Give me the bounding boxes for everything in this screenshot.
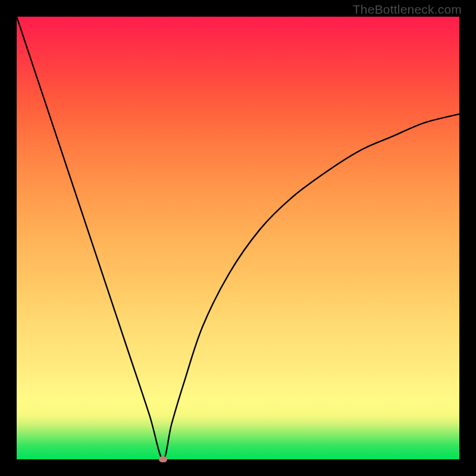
chart-frame: TheBottleneck.com bbox=[0, 0, 476, 476]
curve-svg bbox=[17, 17, 459, 459]
bottleneck-curve bbox=[17, 17, 459, 459]
optimal-point-marker bbox=[159, 456, 167, 462]
watermark-text: TheBottleneck.com bbox=[353, 2, 462, 17]
plot-area bbox=[17, 17, 459, 459]
